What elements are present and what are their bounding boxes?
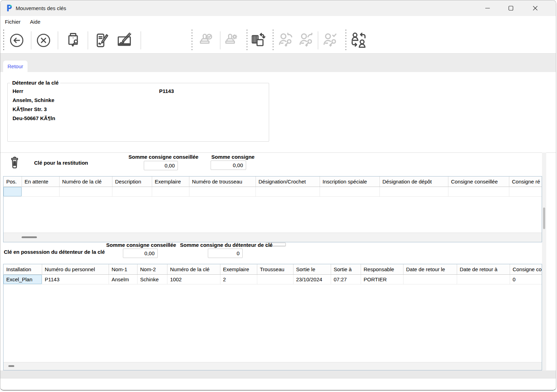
possession-field1-input[interactable]: [123, 249, 158, 258]
menu-fichier[interactable]: Fichier: [3, 18, 22, 26]
toolbar-separator: [141, 31, 141, 49]
table-cell[interactable]: 2: [220, 275, 257, 284]
tabstrip: Retour: [0, 53, 556, 72]
table-cell[interactable]: [59, 187, 112, 197]
keys-table-hscrollbar[interactable]: [3, 233, 542, 242]
app-logo-icon: [5, 4, 14, 12]
possession-field2-input[interactable]: [208, 249, 243, 258]
person-key-return-button[interactable]: [276, 31, 295, 49]
column-header[interactable]: Inscription spéciale: [320, 177, 379, 187]
column-header[interactable]: Numéro de la clé: [59, 177, 112, 187]
toolbar-group-separator: [273, 30, 274, 51]
column-header[interactable]: Exemplaire: [220, 264, 257, 275]
column-header[interactable]: Désignation de dépôt: [379, 177, 448, 187]
hscrollbar-thumb[interactable]: [8, 365, 14, 367]
stamp-settings-icon: [221, 32, 239, 49]
column-header[interactable]: Exemplaire: [152, 177, 189, 187]
column-header[interactable]: Responsable: [361, 264, 403, 275]
bottom-panel: [0, 370, 556, 378]
table-cell[interactable]: 23/10/2024: [293, 275, 331, 284]
minimize-button[interactable]: [479, 0, 495, 16]
person-key-confirm-button[interactable]: [321, 31, 339, 49]
person-key-return-icon: [276, 31, 295, 49]
table-cell[interactable]: Excel_Plan: [3, 275, 42, 284]
table-cell[interactable]: Anselm: [109, 275, 137, 284]
toolbar-group-separator: [191, 30, 193, 51]
table-cell[interactable]: [22, 187, 59, 197]
table-cell[interactable]: 1002: [167, 275, 220, 284]
holder-name: Anselm, Schinke: [13, 97, 54, 103]
maximize-button[interactable]: [503, 0, 519, 16]
toolbar-separator: [88, 31, 88, 49]
people-transfer-button[interactable]: [350, 31, 368, 49]
table-cell[interactable]: P1143: [42, 275, 109, 284]
table-cell[interactable]: [457, 275, 510, 284]
table-cell[interactable]: [3, 187, 22, 197]
table-cell[interactable]: [509, 187, 542, 197]
hscrollbar-thumb[interactable]: [22, 236, 37, 238]
column-header[interactable]: Date de retour à: [457, 264, 510, 275]
table-cell[interactable]: [448, 187, 509, 197]
column-header[interactable]: Nom-1: [109, 264, 137, 275]
close-icon: [533, 6, 538, 11]
column-header[interactable]: En attente: [22, 177, 59, 187]
stamp-settings-button[interactable]: [221, 32, 239, 49]
possession-field2-label: Somme consigne du détenteur de clé: [180, 242, 273, 248]
column-header[interactable]: Numéro de trousseau: [189, 177, 256, 187]
column-header[interactable]: Désignation/Crochet: [256, 177, 320, 187]
trash-icon[interactable]: [8, 155, 21, 170]
vscrollbar-thumb[interactable]: [543, 207, 545, 229]
movements-table-hscrollbar[interactable]: [3, 362, 542, 370]
table-cell[interactable]: 0: [510, 275, 542, 284]
toolbar-group-separator: [246, 30, 248, 51]
column-header[interactable]: Description: [112, 177, 152, 187]
column-header[interactable]: Pos.: [3, 177, 22, 187]
column-header[interactable]: Trousseau: [257, 264, 293, 275]
table-cell[interactable]: PORTIER: [361, 275, 403, 284]
table-cell[interactable]: [379, 187, 448, 197]
menu-aide[interactable]: Aide: [29, 18, 42, 26]
table-header-row: InstallationNuméro du personnelNom-1Nom-…: [3, 264, 542, 275]
print-key-button[interactable]: [64, 32, 82, 49]
restitution-field2-label: Somme consigne: [211, 154, 254, 160]
tab-retour[interactable]: Retour: [3, 61, 28, 72]
sign-document-icon: [92, 32, 110, 49]
back-button[interactable]: [9, 32, 25, 48]
table-cell[interactable]: [189, 187, 256, 197]
column-header[interactable]: Installation: [3, 264, 42, 275]
close-button[interactable]: [527, 0, 543, 16]
column-header[interactable]: Numéro de la clé: [167, 264, 220, 275]
column-header[interactable]: Consigne conseillée: [448, 177, 509, 187]
menubar: Fichier Aide: [0, 16, 556, 28]
table-cell[interactable]: [152, 187, 189, 197]
keys-table: Pos.En attenteNuméro de la cléDescriptio…: [3, 176, 542, 242]
column-header[interactable]: Sortie à: [331, 264, 361, 275]
table-cell[interactable]: [320, 187, 379, 197]
column-header[interactable]: Numéro du personnel: [42, 264, 109, 275]
column-header[interactable]: Date de retour le: [403, 264, 457, 275]
restitution-field2-input[interactable]: [211, 160, 246, 170]
key-holder-legend: Détenteur de la clé: [10, 80, 60, 86]
table-cell[interactable]: [256, 187, 320, 197]
table-cell[interactable]: [257, 275, 293, 284]
holder-personnel-id: P1143: [159, 88, 174, 94]
back-circle-icon: [9, 32, 25, 48]
table-cell[interactable]: [403, 275, 457, 284]
column-header[interactable]: Consigne ré: [509, 177, 542, 187]
table-cell[interactable]: Schinke: [137, 275, 167, 284]
stamp-approve-button[interactable]: [196, 32, 213, 49]
column-header[interactable]: Nom-2: [137, 264, 167, 275]
cancel-button[interactable]: [36, 32, 52, 48]
tab-retour-label: Retour: [7, 63, 23, 69]
cancel-circle-icon: [36, 32, 52, 48]
signature-pad-button[interactable]: [115, 32, 134, 49]
table-cell[interactable]: 07:27: [331, 275, 361, 284]
sign-document-button[interactable]: [92, 32, 110, 49]
table-cell[interactable]: [112, 187, 152, 197]
restitution-field1-input[interactable]: [144, 161, 178, 170]
column-header[interactable]: Sortie le: [293, 264, 331, 275]
person-key-issue-button[interactable]: [297, 31, 315, 49]
column-header[interactable]: Consigne co: [510, 264, 542, 275]
swap-cards-button[interactable]: [249, 32, 266, 49]
vertical-scrollbar[interactable]: [542, 152, 546, 370]
